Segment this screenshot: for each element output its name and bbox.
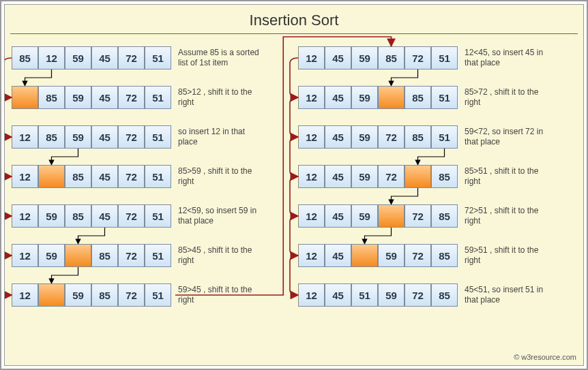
cell: 72 (378, 125, 405, 149)
cell-highlight (38, 165, 65, 188)
step-caption: 85>72 , shift it to the right (465, 87, 546, 108)
cell: 72 (378, 165, 405, 188)
cell: 59 (38, 204, 65, 228)
cell: 72 (405, 244, 431, 267)
credit: © w3resource.com (514, 353, 576, 361)
cell: 45 (325, 125, 351, 149)
cell: 45 (91, 204, 118, 228)
cell: 12 (298, 204, 325, 228)
step-row: 851259457251Assume 85 is a sorted list o… (12, 46, 290, 70)
array: 1259857251 (12, 244, 171, 267)
cell: 45 (325, 86, 351, 109)
cell: 59 (351, 125, 378, 149)
array: 1245597285 (298, 244, 458, 267)
cell: 51 (351, 283, 378, 307)
cell: 85 (378, 46, 405, 70)
cell: 85 (38, 86, 65, 109)
cell: 85 (65, 204, 91, 228)
cell: 51 (145, 204, 171, 228)
array: 1245598551 (298, 86, 458, 109)
cell: 51 (431, 86, 458, 109)
array: 8559457251 (12, 86, 171, 109)
cell: 72 (118, 86, 145, 109)
step-row: 855945725185>12 , shift it to the right (12, 86, 290, 109)
cell: 72 (405, 283, 431, 307)
cell: 85 (431, 283, 458, 307)
step-caption: so insert 12 in that place (178, 127, 260, 147)
array: 128559457251 (12, 125, 171, 149)
step-row: 12455985725112<45, so insert 45 in that … (298, 46, 576, 70)
cell: 85 (405, 86, 431, 109)
cell: 72 (118, 244, 145, 267)
step-caption: Assume 85 is a sorted list of 1st item (178, 48, 260, 68)
cell: 12 (12, 244, 38, 267)
array: 1245597285 (298, 165, 458, 188)
cell-highlight (378, 204, 405, 228)
cell: 12 (298, 244, 325, 267)
outer-frame: Insertion Sort 851259457251Assume 85 is … (0, 0, 588, 370)
cell: 59 (351, 204, 378, 228)
array: 851259457251 (12, 46, 171, 70)
cell: 45 (91, 165, 118, 188)
step-caption: 12<45, so insert 45 in that place (465, 48, 546, 68)
cell: 12 (298, 46, 325, 70)
step-caption: 59<72, so insert 72 in that place (465, 127, 546, 147)
step-row: 12598545725112<59, so insert 59 in that … (12, 204, 290, 228)
step-caption: 59>45 , shift it to the right (178, 285, 260, 305)
step-row: 12455159728545<51, so insert 51 in that … (298, 283, 576, 307)
cell: 59 (65, 125, 91, 149)
cell: 72 (118, 283, 145, 307)
cell: 12 (12, 204, 38, 228)
step-row: 124559855185>72 , shift it to the right (298, 86, 576, 109)
cell: 72 (118, 204, 145, 228)
cell: 45 (325, 244, 351, 267)
left-column: 851259457251Assume 85 is a sorted list o… (8, 46, 294, 307)
columns: 851259457251Assume 85 is a sorted list o… (5, 34, 583, 307)
step-caption: 45<51, so insert 51 in that place (465, 285, 546, 305)
cell: 72 (118, 165, 145, 188)
step-row: 128559457251so insert 12 in that place (12, 125, 290, 149)
cell: 51 (431, 46, 458, 70)
step-caption: 85>51 , shift it to the right (465, 166, 546, 187)
cell: 59 (65, 283, 91, 307)
array: 124559728551 (298, 125, 458, 149)
step-row: 124559728572>51 , shift it to the right (298, 204, 576, 228)
cell: 85 (431, 165, 458, 188)
step-caption: 85>45 , shift it to the right (178, 245, 260, 266)
step-row: 124559728559>51 , shift it to the right (298, 244, 576, 267)
cell-highlight (351, 244, 378, 267)
cell: 72 (118, 125, 145, 149)
cell: 59 (378, 244, 405, 267)
cell: 72 (405, 204, 431, 228)
cell: 59 (38, 244, 65, 267)
cell-highlight (65, 244, 91, 267)
cell: 45 (325, 165, 351, 188)
cell: 85 (91, 283, 118, 307)
cell: 51 (145, 125, 171, 149)
cell: 12 (12, 165, 38, 188)
array: 124551597285 (298, 283, 458, 307)
cell: 59 (351, 46, 378, 70)
array: 124559857251 (298, 46, 458, 70)
array: 1285457251 (12, 165, 171, 188)
cell: 45 (325, 46, 351, 70)
cell-highlight (38, 283, 65, 307)
cell: 59 (351, 165, 378, 188)
cell: 59 (65, 86, 91, 109)
cell: 59 (351, 86, 378, 109)
cell: 12 (298, 283, 325, 307)
cell: 12 (298, 165, 325, 188)
cell: 85 (405, 125, 431, 149)
cell: 12 (298, 125, 325, 149)
cell: 85 (91, 244, 118, 267)
step-row: 124559728585>51 , shift it to the right (298, 165, 576, 188)
cell: 85 (65, 165, 91, 188)
cell: 12 (12, 283, 38, 307)
cell: 59 (378, 283, 405, 307)
step-caption: 59>51 , shift it to the right (465, 245, 546, 266)
cell: 85 (12, 46, 38, 70)
step-caption: 85>59 , shift it to the right (178, 166, 260, 187)
step-row: 125985725159>45 , shift it to the right (12, 283, 290, 307)
cell: 85 (431, 244, 458, 267)
cell: 51 (145, 46, 171, 70)
